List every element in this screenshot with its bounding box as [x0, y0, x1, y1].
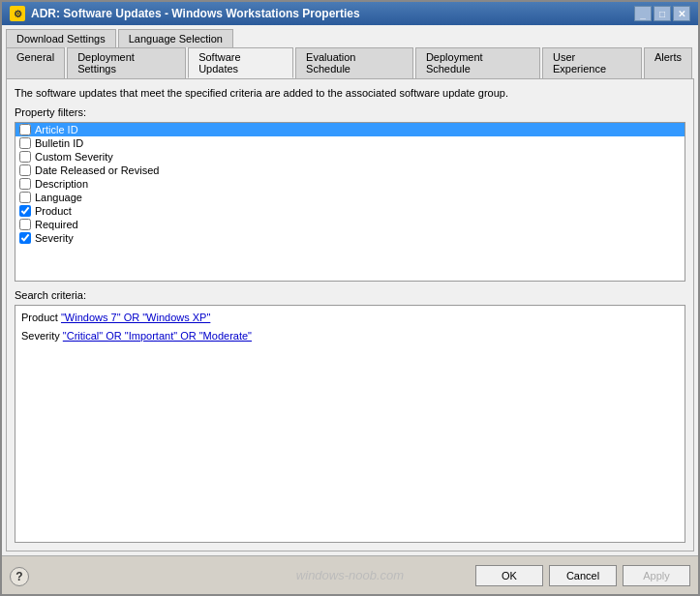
filter-item-date-released[interactable]: Date Released or Revised	[15, 164, 685, 177]
title-controls[interactable]: _ □ ✕	[634, 6, 690, 21]
property-filters-box[interactable]: Article ID Bulletin ID Custom Severity D…	[15, 122, 685, 282]
main-window: ⚙ ADR: Software Updates - Windows Workst…	[0, 0, 700, 596]
tab-user-experience[interactable]: User Experience	[542, 47, 642, 78]
tab-row-1: Download Settings Language Selection	[6, 29, 694, 47]
filter-item-article-id[interactable]: Article ID	[15, 123, 685, 136]
bottom-bar: ? windows-noob.com OK Cancel Apply	[2, 555, 698, 594]
filter-label-product: Product	[35, 205, 72, 217]
filter-item-custom-severity[interactable]: Custom Severity	[15, 150, 685, 164]
help-button[interactable]: ?	[10, 567, 29, 586]
tab-row-2: General Deployment Settings Software Upd…	[6, 47, 694, 78]
criteria-severity-line: Severity "Critical" OR "Important" OR "M…	[21, 328, 679, 344]
search-criteria-box: Product "Windows 7" OR "Windows XP" Seve…	[15, 305, 685, 543]
property-filters-label: Property filters:	[15, 106, 685, 118]
filter-label-description: Description	[35, 178, 88, 190]
checkbox-description[interactable]	[19, 178, 31, 190]
filter-label-article-id: Article ID	[35, 124, 78, 135]
tab-alerts[interactable]: Alerts	[644, 47, 692, 78]
tab-content: The software updates that meet the speci…	[6, 78, 694, 551]
filter-label-custom-severity: Custom Severity	[35, 151, 113, 163]
filter-item-required[interactable]: Required	[15, 218, 685, 231]
checkbox-bulletin-id[interactable]	[19, 137, 31, 149]
checkbox-severity[interactable]	[19, 232, 31, 244]
checkbox-product[interactable]	[19, 205, 31, 217]
filter-label-severity: Severity	[35, 232, 74, 244]
filter-item-severity[interactable]: Severity	[15, 231, 685, 245]
title-bar-left: ⚙ ADR: Software Updates - Windows Workst…	[10, 6, 360, 21]
filter-item-description[interactable]: Description	[15, 177, 685, 191]
filter-item-product[interactable]: Product	[15, 204, 685, 218]
maximize-button[interactable]: □	[654, 6, 671, 21]
tab-download-settings[interactable]: Download Settings	[6, 29, 116, 47]
checkbox-date-released[interactable]	[19, 164, 31, 176]
minimize-button[interactable]: _	[634, 6, 652, 21]
criteria-severity-prefix: Severity	[21, 330, 63, 342]
tab-evaluation-schedule[interactable]: Evaluation Schedule	[295, 47, 413, 78]
filter-label-bulletin-id: Bulletin ID	[35, 137, 83, 149]
criteria-product-line: Product "Windows 7" OR "Windows XP"	[21, 310, 679, 326]
watermark: windows-noob.com	[296, 568, 404, 582]
window-icon: ⚙	[10, 6, 25, 21]
filter-label-date-released: Date Released or Revised	[35, 164, 159, 176]
help-icon: ?	[15, 570, 22, 583]
checkbox-required[interactable]	[19, 219, 31, 230]
filter-label-language: Language	[35, 192, 82, 203]
window-title: ADR: Software Updates - Windows Workstat…	[31, 7, 360, 20]
checkbox-article-id[interactable]	[19, 124, 31, 135]
tab-language-selection[interactable]: Language Selection	[118, 29, 233, 47]
bottom-buttons: OK Cancel Apply	[475, 565, 690, 586]
criteria-product-prefix: Product	[21, 312, 61, 323]
apply-button[interactable]: Apply	[623, 565, 690, 586]
tab-general[interactable]: General	[6, 47, 65, 78]
window-content: Download Settings Language Selection Gen…	[2, 25, 698, 555]
filter-item-bulletin-id[interactable]: Bulletin ID	[15, 136, 685, 150]
search-criteria-label: Search criteria:	[15, 289, 685, 301]
criteria-severity-link[interactable]: "Critical" OR "Important" OR "Moderate"	[63, 330, 252, 342]
criteria-product-link[interactable]: "Windows 7" OR "Windows XP"	[61, 312, 210, 323]
checkbox-custom-severity[interactable]	[19, 151, 31, 163]
filter-label-required: Required	[35, 219, 78, 230]
title-bar: ⚙ ADR: Software Updates - Windows Workst…	[2, 2, 698, 25]
filter-item-language[interactable]: Language	[15, 191, 685, 204]
ok-button[interactable]: OK	[475, 565, 543, 586]
cancel-button[interactable]: Cancel	[549, 565, 617, 586]
description-text: The software updates that meet the speci…	[15, 87, 685, 99]
checkbox-language[interactable]	[19, 192, 31, 203]
tab-deployment-schedule[interactable]: Deployment Schedule	[415, 47, 540, 78]
close-button[interactable]: ✕	[673, 6, 690, 21]
tab-software-updates[interactable]: Software Updates	[188, 47, 293, 78]
tab-deployment-settings[interactable]: Deployment Settings	[67, 47, 186, 78]
